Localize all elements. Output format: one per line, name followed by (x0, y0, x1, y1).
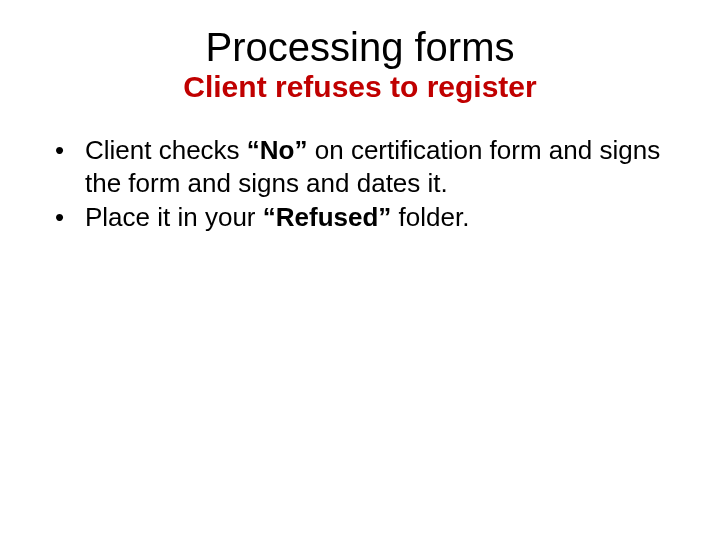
list-item: Place it in your “Refused” folder. (55, 201, 680, 234)
slide-subtitle: Client refuses to register (40, 70, 680, 104)
bullet-text-pre: Place it in your (85, 202, 263, 232)
slide-title: Processing forms (110, 25, 610, 70)
bullet-list: Client checks “No” on certification form… (40, 134, 680, 234)
bullet-text-post: folder. (391, 202, 469, 232)
bullet-text-pre: Client checks (85, 135, 247, 165)
list-item: Client checks “No” on certification form… (55, 134, 680, 199)
bullet-text-bold: “Refused” (263, 202, 392, 232)
bullet-text-bold: “No” (247, 135, 308, 165)
